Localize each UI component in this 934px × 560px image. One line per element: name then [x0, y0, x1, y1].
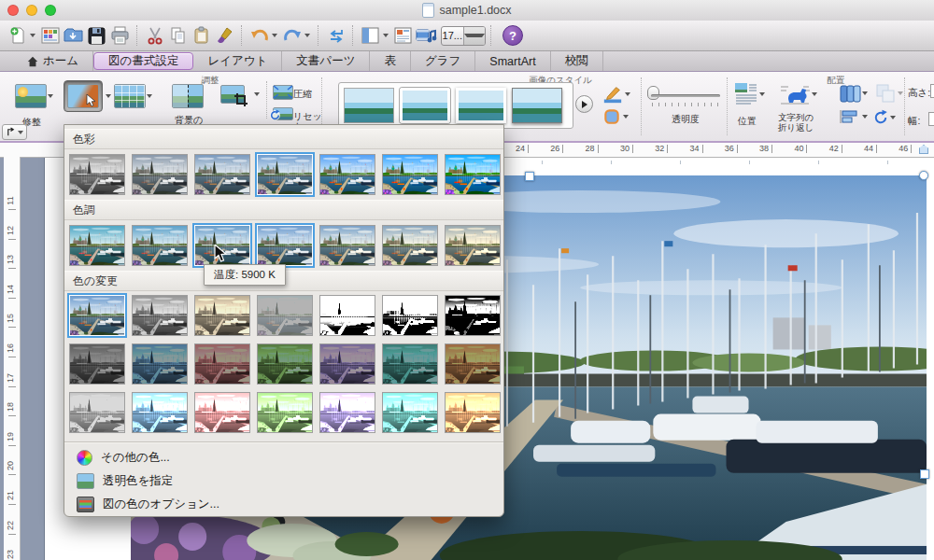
dropdown-arrow-icon[interactable]: [812, 92, 817, 96]
menu-item-透明色を指定[interactable]: 透明色を指定: [64, 469, 503, 493]
color-variant-saturation-0[interactable]: [69, 154, 125, 195]
open-icon[interactable]: [62, 24, 85, 48]
menu-item-その他の色...[interactable]: その他の色...: [64, 446, 503, 469]
zoom-level-select[interactable]: 17...: [441, 26, 486, 46]
line-wrap-icon[interactable]: [324, 24, 347, 48]
tab-図の書式設定[interactable]: 図の書式設定: [93, 52, 193, 70]
document-elements-icon[interactable]: [391, 24, 415, 48]
color-variant-recolor-dark-blue[interactable]: [132, 343, 188, 385]
color-variant-saturation-200[interactable]: [382, 154, 438, 195]
color-variant-saturation-300[interactable]: [445, 154, 501, 195]
picture-effects-button[interactable]: [601, 107, 631, 126]
dropdown-arrow-icon[interactable]: [383, 34, 389, 37]
color-variant-saturation-100[interactable]: [257, 154, 313, 195]
color-variant-tone-warmest[interactable]: [445, 225, 501, 266]
color-variant-recolor-dark-gray[interactable]: [69, 343, 125, 385]
elements-gallery-icon[interactable]: [38, 24, 62, 48]
filters-button[interactable]: [114, 84, 155, 108]
dropdown-arrow-icon[interactable]: [862, 115, 868, 119]
color-variant-recolor-bw-dark[interactable]: [445, 295, 501, 336]
dropdown-arrow-icon[interactable]: [890, 116, 896, 119]
wrap-text-button[interactable]: [779, 82, 820, 106]
reorder-objects-button[interactable]: [839, 82, 870, 105]
ruler-vertical[interactable]: 11121314151617181920212223: [4, 157, 21, 560]
dropdown-arrow-icon[interactable]: [625, 92, 630, 96]
color-variant-recolor-dark-red[interactable]: [194, 343, 250, 385]
selection-handle-right-middle[interactable]: [920, 469, 929, 479]
color-variant-recolor-light-red[interactable]: [194, 392, 250, 433]
right-indent-marker[interactable]: [919, 145, 928, 154]
new-document-icon[interactable]: [6, 24, 29, 48]
dropdown-arrow-icon[interactable]: [759, 92, 765, 96]
align-button[interactable]: [839, 109, 870, 124]
tab-ホーム[interactable]: ホーム: [13, 51, 93, 71]
paste-icon[interactable]: [190, 24, 213, 48]
color-variant-recolor-dark-orange[interactable]: [445, 343, 501, 385]
zoom-dropdown-button[interactable]: [463, 27, 486, 45]
group-objects-button[interactable]: [874, 82, 906, 105]
dropdown-arrow-icon[interactable]: [48, 94, 53, 98]
print-icon[interactable]: [108, 24, 132, 48]
dropdown-arrow-icon[interactable]: [623, 115, 629, 119]
height-field[interactable]: [930, 84, 934, 98]
cut-icon[interactable]: [143, 24, 166, 48]
color-variant-recolor-light-green[interactable]: [257, 392, 313, 433]
undo-icon[interactable]: [248, 24, 271, 48]
transparency-slider-track[interactable]: [651, 94, 720, 97]
color-variant-tone-neutral[interactable]: [257, 225, 313, 266]
crop-button[interactable]: [220, 85, 262, 104]
dropdown-arrow-icon[interactable]: [147, 94, 152, 98]
color-variant-recolor-dark-purple[interactable]: [319, 343, 375, 385]
save-icon[interactable]: [85, 24, 108, 48]
color-variant-recolor-light-blue[interactable]: [132, 392, 188, 433]
picture-style-1[interactable]: [344, 88, 394, 123]
corrections-button[interactable]: [15, 84, 56, 108]
dropdown-arrow-icon[interactable]: [30, 34, 35, 37]
copy-icon[interactable]: [166, 24, 190, 48]
sidebar-view-icon[interactable]: [359, 24, 382, 48]
tab-校閲[interactable]: 校閲: [551, 51, 603, 71]
picture-border-button[interactable]: [601, 84, 633, 105]
width-field[interactable]: [928, 112, 934, 126]
color-variant-tone-warmer[interactable]: [382, 225, 438, 266]
color-variant-saturation-66[interactable]: [194, 154, 250, 195]
menu-item-図の色のオプション...[interactable]: 図の色のオプション...: [64, 493, 503, 516]
tab-SmartArt[interactable]: SmartArt: [475, 51, 550, 71]
color-variant-recolor-bw-light[interactable]: [319, 295, 375, 336]
transparency-slider-thumb[interactable]: [647, 86, 659, 100]
help-button[interactable]: ?: [502, 25, 523, 46]
gallery-more-button[interactable]: [575, 95, 593, 113]
color-variant-recolor-dark-teal[interactable]: [382, 343, 438, 385]
color-variant-tone-coolest[interactable]: [69, 225, 125, 266]
color-variant-recolor-light-gray[interactable]: [69, 392, 125, 433]
color-variant-recolor-light-orange[interactable]: [445, 392, 501, 433]
picture-style-3[interactable]: [456, 88, 506, 123]
redo-icon[interactable]: [280, 24, 304, 48]
color-variant-recolor-light-teal[interactable]: [382, 392, 438, 433]
color-variant-recolor-washout[interactable]: [257, 295, 313, 336]
format-painter-icon[interactable]: [213, 24, 236, 48]
reset-button[interactable]: [273, 107, 293, 120]
rotate-button[interactable]: [872, 109, 899, 126]
compress-button[interactable]: [273, 85, 293, 100]
color-variant-tone-warm[interactable]: [319, 225, 375, 266]
dropdown-arrow-icon[interactable]: [898, 91, 903, 95]
dropdown-arrow-icon[interactable]: [106, 94, 111, 98]
dropdown-arrow-icon[interactable]: [304, 34, 310, 37]
tab-表[interactable]: 表: [370, 51, 411, 71]
color-variant-recolor-grayscale[interactable]: [132, 295, 188, 336]
color-variant-saturation-150[interactable]: [319, 154, 375, 195]
tab-グラフ[interactable]: グラフ: [411, 51, 475, 71]
tab-文書パーツ[interactable]: 文書パーツ: [282, 51, 370, 71]
color-variant-saturation-33[interactable]: [132, 154, 188, 195]
tab-レイアウト[interactable]: レイアウト: [193, 51, 282, 71]
color-variant-recolor-bw-mid[interactable]: [382, 295, 438, 336]
position-button[interactable]: [734, 82, 768, 106]
color-variant-recolor-dark-green[interactable]: [257, 343, 313, 385]
dropdown-arrow-icon[interactable]: [862, 91, 868, 95]
selection-handle-top-right[interactable]: [919, 171, 928, 180]
color-variant-recolor-light-purple[interactable]: [319, 392, 375, 433]
selection-handle-top-center[interactable]: [525, 172, 534, 181]
media-browser-icon[interactable]: [415, 24, 438, 48]
remove-background-button[interactable]: [172, 84, 204, 108]
